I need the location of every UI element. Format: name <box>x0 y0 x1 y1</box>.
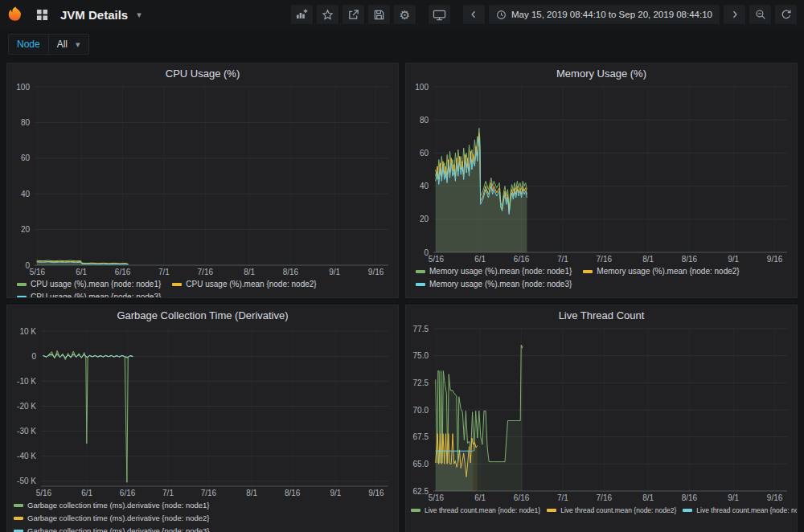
svg-text:9/1: 9/1 <box>329 268 340 276</box>
legend-item[interactable]: Memory usage (%).mean {node: node2} <box>583 266 739 277</box>
legend-color-dash <box>17 296 27 298</box>
legend-item[interactable]: Memory usage (%).mean {node: node1} <box>416 266 572 277</box>
panel-live-thread-count: Live Thread Count 5/166/16/167/17/168/18… <box>405 305 798 532</box>
svg-text:80: 80 <box>420 116 429 125</box>
legend-label: Garbage collection time (ms).derivative … <box>27 500 210 511</box>
svg-text:5/16: 5/16 <box>429 255 445 264</box>
legend-label: Live thread count.mean {node: node2} <box>560 505 676 516</box>
legend-item[interactable]: Live thread count.mean {node: node1} <box>411 505 540 516</box>
gc-time-chart[interactable]: 5/166/16/167/17/168/18/169/19/1610 K0-10… <box>7 322 398 499</box>
legend-item[interactable]: CPU usage (%).mean {node: node1} <box>17 279 161 290</box>
svg-text:7/1: 7/1 <box>557 255 568 264</box>
cpu-usage-chart[interactable]: 5/166/16/167/17/168/18/169/19/1602040608… <box>7 80 398 278</box>
panel-title[interactable]: Live Thread Count <box>406 305 797 322</box>
legend-color-dash <box>416 270 425 273</box>
legend-label: CPU usage (%).mean {node: node3} <box>31 292 161 298</box>
dashboard-title[interactable]: JVM Details <box>60 8 128 22</box>
svg-text:75.0: 75.0 <box>413 351 429 360</box>
submenu: Node All ▾ <box>0 29 804 59</box>
svg-text:70.0: 70.0 <box>413 406 429 415</box>
svg-text:8/1: 8/1 <box>642 255 654 264</box>
legend-label: Live thread count.mean {node: node3} <box>696 505 798 516</box>
svg-text:20: 20 <box>21 225 31 234</box>
legend-color-dash <box>17 283 27 286</box>
add-panel-icon <box>295 8 308 21</box>
legend: Live thread count.mean {node: node1}Live… <box>406 504 797 516</box>
svg-text:7/16: 7/16 <box>198 268 214 276</box>
tv-mode-button[interactable] <box>428 4 451 25</box>
settings-button[interactable]: ⚙ <box>393 4 416 25</box>
legend-item[interactable]: Garbage collection time (ms).derivative … <box>14 513 210 524</box>
svg-text:8/1: 8/1 <box>244 268 255 276</box>
svg-text:7/16: 7/16 <box>597 255 613 264</box>
svg-text:5/16: 5/16 <box>429 493 445 502</box>
legend-item[interactable]: Live thread count.mean {node: node2} <box>547 505 676 516</box>
panel-title[interactable]: CPU Usage (%) <box>7 63 398 80</box>
share-button[interactable] <box>342 4 365 25</box>
grafana-logo[interactable] <box>6 6 24 23</box>
live-thread-count-chart[interactable]: 5/166/16/167/17/168/18/169/19/1662.565.0… <box>406 322 797 504</box>
svg-text:100: 100 <box>16 83 30 92</box>
dropdown-caret-down-icon: ▾ <box>76 39 80 50</box>
variable-node-value: All <box>57 39 68 50</box>
svg-text:10 K: 10 K <box>19 327 36 336</box>
legend-color-dash <box>172 283 182 286</box>
chevron-right-icon <box>730 10 740 19</box>
refresh-button[interactable] <box>774 4 798 25</box>
legend-label: Live thread count.mean {node: node1} <box>425 505 540 516</box>
svg-text:9/16: 9/16 <box>368 489 384 497</box>
zoom-out-icon <box>755 9 766 20</box>
legend-label: Memory usage (%).mean {node: node2} <box>597 266 739 277</box>
title-caret-down-icon[interactable]: ▾ <box>137 10 142 20</box>
time-back-button[interactable] <box>462 4 486 25</box>
monitor-icon <box>433 9 446 21</box>
svg-text:67.5: 67.5 <box>413 432 429 441</box>
time-forward-button[interactable] <box>723 4 746 25</box>
legend-label: Memory usage (%).mean {node: node1} <box>429 266 572 277</box>
panel-title[interactable]: Memory Usage (%) <box>406 63 797 80</box>
svg-text:9/1: 9/1 <box>728 493 739 502</box>
svg-text:9/16: 9/16 <box>767 255 783 264</box>
legend-item[interactable]: Garbage collection time (ms).derivative … <box>14 526 210 532</box>
variable-node-dropdown[interactable]: All ▾ <box>48 34 89 55</box>
svg-text:8/16: 8/16 <box>283 268 299 276</box>
legend-color-dash <box>14 517 23 520</box>
svg-text:-10 K: -10 K <box>17 377 36 386</box>
memory-usage-chart[interactable]: 5/166/16/167/17/168/18/169/19/1602040608… <box>406 80 797 265</box>
panel-memory-usage: Memory Usage (%) 5/166/16/167/17/168/18/… <box>405 63 798 298</box>
legend-item[interactable]: Garbage collection time (ms).derivative … <box>14 500 210 511</box>
svg-text:6/16: 6/16 <box>115 268 131 276</box>
svg-text:20: 20 <box>420 215 429 223</box>
svg-text:0: 0 <box>31 352 36 361</box>
panel-title[interactable]: Garbage Collection Time (Derivative) <box>7 305 398 322</box>
svg-text:6/16: 6/16 <box>514 255 530 264</box>
dashboards-button[interactable] <box>31 4 54 25</box>
legend-item[interactable]: Live thread count.mean {node: node3} <box>683 505 798 516</box>
svg-text:7/1: 7/1 <box>158 268 170 276</box>
save-button[interactable] <box>367 4 391 25</box>
svg-text:40: 40 <box>21 190 31 198</box>
star-button[interactable] <box>316 4 339 25</box>
variable-node-label: Node <box>8 34 48 55</box>
svg-text:77.5: 77.5 <box>413 325 429 334</box>
legend-item[interactable]: CPU usage (%).mean {node: node3} <box>17 292 161 298</box>
svg-text:9/16: 9/16 <box>767 493 783 502</box>
svg-text:6/1: 6/1 <box>81 489 92 497</box>
add-panel-button[interactable] <box>290 4 314 25</box>
legend-label: Garbage collection time (ms).derivative … <box>27 526 210 532</box>
grid-icon <box>36 9 48 21</box>
refresh-icon <box>781 9 792 20</box>
svg-text:9/1: 9/1 <box>330 489 341 497</box>
legend-item[interactable]: CPU usage (%).mean {node: node2} <box>172 279 316 290</box>
svg-text:-50 K: -50 K <box>17 477 36 485</box>
legend-item[interactable]: Memory usage (%).mean {node: node3} <box>416 279 572 290</box>
svg-text:7/1: 7/1 <box>162 489 174 497</box>
svg-text:5/16: 5/16 <box>30 268 46 276</box>
svg-text:60: 60 <box>420 149 429 158</box>
zoom-out-button[interactable] <box>749 4 772 25</box>
legend-label: CPU usage (%).mean {node: node2} <box>186 279 316 290</box>
time-range-picker[interactable]: May 15, 2019 08:44:10 to Sep 20, 2019 08… <box>488 4 720 25</box>
legend: Garbage collection time (ms).derivative … <box>7 499 398 532</box>
svg-text:8/1: 8/1 <box>246 489 257 497</box>
legend: CPU usage (%).mean {node: node1}CPU usag… <box>7 278 398 298</box>
